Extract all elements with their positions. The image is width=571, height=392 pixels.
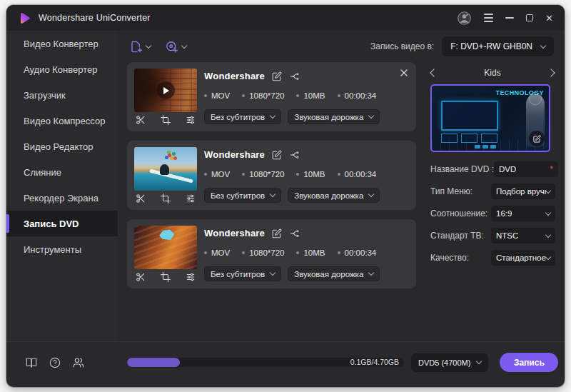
crop-icon[interactable] <box>161 272 171 282</box>
dvd-name-value: DVD <box>499 165 516 174</box>
title-bar: Wondershare UniConverter ✕ <box>6 5 565 31</box>
bottom-bar: 0.1GB/4.70GB DVD5 (4700M) Запись <box>6 341 565 387</box>
add-files-button[interactable] <box>129 40 151 54</box>
remove-video-icon[interactable] <box>400 69 408 76</box>
subtitle-select[interactable]: Без субтитров <box>204 266 281 281</box>
split-branch-icon[interactable] <box>289 71 300 81</box>
help-icon[interactable] <box>49 357 61 368</box>
add-disc-icon <box>165 40 178 54</box>
dvd-settings-panel: Kids TECHNOLOGY <box>425 62 560 341</box>
video-size: 10MB <box>303 248 325 257</box>
load-disc-button[interactable] <box>165 40 186 54</box>
rename-edit-icon[interactable] <box>272 228 282 238</box>
rename-edit-icon[interactable] <box>272 150 282 160</box>
toolbar: Запись видео в: F: DVD+-RW GHB0N <box>118 31 565 62</box>
rename-edit-icon[interactable] <box>272 71 282 81</box>
sidebar-item-merger[interactable]: Слияние <box>6 159 118 185</box>
sidebar-item-video-converter[interactable]: Видео Конвертер <box>6 31 118 56</box>
thumbnail-art <box>159 229 174 240</box>
edit-template-button[interactable] <box>529 131 545 146</box>
sidebar-item-label: Инструменты <box>24 244 81 255</box>
chevron-down-icon <box>270 270 276 276</box>
sidebar-item-label: Видео Компрессор <box>24 116 105 126</box>
video-format: MOV <box>211 91 230 100</box>
close-window-icon[interactable]: ✕ <box>545 14 553 23</box>
chevron-down-icon <box>270 191 276 197</box>
video-duration: 00:00:34 <box>345 91 377 100</box>
thumbnail-art <box>160 164 169 175</box>
dvd-name-input[interactable]: DVD * <box>494 161 558 177</box>
trim-scissors-icon[interactable] <box>136 272 146 282</box>
menu-type-label: Тип Меню: <box>430 186 473 196</box>
quality-label: Качество: <box>430 253 469 263</box>
disc-size-select[interactable]: DVD5 (4700M) <box>411 353 488 372</box>
video-duration: 00:00:34 <box>345 170 377 179</box>
sidebar-item-tools[interactable]: Инструменты <box>6 236 118 262</box>
menu-type-row: Тип Меню: Подбор вручну <box>430 184 555 199</box>
chevron-down-icon <box>368 270 374 276</box>
audio-track-value: Звуковая дорожка <box>294 270 363 278</box>
sidebar-item-downloader[interactable]: Загрузчик <box>6 82 118 108</box>
play-icon <box>163 87 169 94</box>
subtitle-value: Без субтитров <box>211 191 265 200</box>
template-next-icon[interactable] <box>547 69 555 76</box>
audio-track-select[interactable]: Звуковая дорожка <box>288 266 380 281</box>
account-avatar-icon[interactable] <box>457 11 472 26</box>
subtitle-select[interactable]: Без субтитров <box>204 188 281 203</box>
audio-track-value: Звуковая дорожка <box>294 113 363 121</box>
sidebar-item-label: Рекордер Экрана <box>24 193 98 203</box>
effects-sliders-icon[interactable] <box>186 194 196 203</box>
menu-template-preview[interactable]: TECHNOLOGY <box>430 84 550 152</box>
crop-icon[interactable] <box>161 115 171 125</box>
sidebar-item-label: Видео Конвертер <box>24 39 98 49</box>
aspect-ratio-label: Соотношение: <box>430 208 487 218</box>
menu-type-select[interactable]: Подбор вручну <box>491 184 555 199</box>
subtitle-value: Без субтитров <box>211 270 265 278</box>
guide-book-icon[interactable] <box>26 357 37 368</box>
capacity-progress-bar: 0.1GB/4.70GB <box>127 358 404 367</box>
effects-sliders-icon[interactable] <box>186 115 196 125</box>
video-resolution: 1080*720 <box>249 248 284 257</box>
trim-scissors-icon[interactable] <box>136 115 146 125</box>
sidebar-item-audio-converter[interactable]: Аудио Конвертер <box>6 56 118 82</box>
tv-standard-value: NTSC <box>496 231 518 240</box>
minimize-icon[interactable] <box>505 17 514 19</box>
sidebar-item-video-compressor[interactable]: Видео Компрессор <box>6 108 118 134</box>
subtitle-value: Без субтитров <box>211 113 265 121</box>
tv-standard-select[interactable]: NTSC <box>491 228 555 243</box>
template-thumb-frames <box>441 134 497 143</box>
video-thumbnail[interactable] <box>134 69 197 112</box>
aspect-ratio-select[interactable]: 16:9 <box>491 206 555 221</box>
play-overlay[interactable] <box>134 69 197 112</box>
video-resolution: 1080*720 <box>249 170 284 179</box>
split-branch-icon[interactable] <box>289 150 300 160</box>
chevron-down-icon <box>476 358 482 364</box>
video-thumbnail[interactable] <box>134 226 197 269</box>
video-thumbnail[interactable] <box>134 147 197 191</box>
crop-icon[interactable] <box>161 194 171 203</box>
quality-select[interactable]: Стандартное <box>491 250 555 266</box>
subtitle-select[interactable]: Без субтитров <box>204 109 281 124</box>
video-duration: 00:00:34 <box>345 248 377 257</box>
burn-device-select[interactable]: F: DVD+-RW GHB0N <box>442 36 554 56</box>
chevron-down-icon <box>181 42 187 48</box>
video-card-2: Wondershare MOV <box>127 141 416 210</box>
sidebar-item-screen-recorder[interactable]: Рекордер Экрана <box>6 185 118 211</box>
audio-track-select[interactable]: Звуковая дорожка <box>288 109 380 124</box>
thumbnail-art <box>168 154 171 157</box>
video-size: 10MB <box>303 91 325 100</box>
split-branch-icon[interactable] <box>289 228 300 238</box>
template-prev-icon[interactable] <box>430 69 438 76</box>
audio-track-select[interactable]: Звуковая дорожка <box>288 188 380 203</box>
maximize-icon[interactable] <box>526 14 533 21</box>
sidebar-item-dvd-burner[interactable]: Запись DVD <box>6 211 118 236</box>
dvd-name-row: Название DVD : DVD * <box>430 161 555 177</box>
effects-sliders-icon[interactable] <box>186 272 196 282</box>
quality-value: Стандартное <box>496 253 546 262</box>
community-users-icon[interactable] <box>73 357 84 368</box>
sidebar-item-video-editor[interactable]: Видео Редактор <box>6 134 118 159</box>
chevron-down-icon <box>146 42 151 48</box>
burn-button[interactable]: Запись <box>500 353 558 372</box>
trim-scissors-icon[interactable] <box>136 194 146 203</box>
menu-icon[interactable] <box>484 14 493 22</box>
